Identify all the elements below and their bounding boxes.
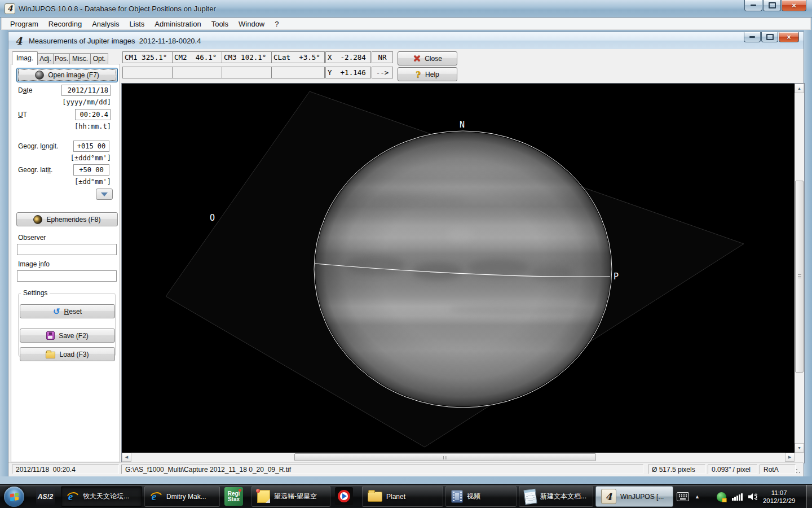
resize-grip[interactable] [795, 468, 802, 475]
status-datetime: 2012/11/18 00:20.4 [12, 465, 119, 474]
readout-y: Y +1.146 [325, 67, 371, 78]
tab-adj[interactable]: Adj. [37, 53, 54, 64]
reset-icon: ↺ [53, 308, 60, 315]
menu-analysis[interactable]: Analysis [87, 19, 124, 29]
menu-help[interactable]: ? [270, 19, 284, 29]
main-titlebar[interactable]: 4 WinJUPOS 10.0.8 - Database for Object … [0, 0, 812, 17]
tab-pos[interactable]: Pos. [53, 53, 70, 64]
security-tray-icon[interactable] [717, 492, 726, 502]
horizontal-scrollbar[interactable]: ◀ ▶ [122, 453, 795, 462]
show-desktop-button[interactable] [806, 485, 812, 508]
child-minimize-button[interactable] [744, 32, 761, 42]
window-frame-right [804, 30, 812, 476]
taskbar-item-ie-dmitry[interactable]: e Dmitry Mak... [144, 486, 220, 507]
longitude-input[interactable] [73, 141, 109, 152]
clock[interactable]: 11:07 2012/12/29 [763, 489, 796, 505]
tab-opt[interactable]: Opt. [90, 53, 108, 64]
vertical-scroll-thumb[interactable] [795, 181, 804, 373]
image-info-input[interactable] [17, 270, 117, 282]
start-button[interactable] [4, 487, 24, 507]
minimize-button[interactable] [744, 0, 762, 11]
scroll-left-icon: ◀ [125, 455, 128, 459]
measurement-window: 4 Measurements of Jupiter images 2012-11… [8, 32, 804, 476]
scroll-down-icon: ▼ [797, 446, 801, 450]
network-icon[interactable] [732, 493, 743, 501]
system-tray: ▲ 11:07 2012/12/29 [677, 485, 795, 508]
window-title: WinJUPOS 10.0.8 - Database for Object Po… [19, 5, 216, 13]
thumb-grip [443, 456, 448, 459]
close-icon: × [787, 33, 791, 41]
ephemerides-button[interactable]: Ephemerides (F8) [16, 212, 118, 226]
menu-lists[interactable]: Lists [125, 19, 150, 29]
readout-cm1: CM1 325.1° [122, 51, 174, 63]
expand-coordinates-button[interactable] [96, 189, 113, 200]
longitude-label: Geogr. longit. [18, 142, 58, 150]
menu-tools[interactable]: Tools [206, 19, 233, 29]
tab-imag[interactable]: Imag. [12, 51, 38, 65]
load-button[interactable]: Load (F3) [20, 347, 115, 361]
reset-button[interactable]: ↺ Reset [20, 304, 115, 318]
menu-recording[interactable]: Recording [43, 19, 87, 29]
volume-icon[interactable] [748, 493, 757, 501]
menu-program[interactable]: Program [5, 19, 43, 29]
image-viewport: N O P ▲ ▼ ◀ ▶ [121, 83, 805, 463]
taskbar-item-video[interactable]: 视频 [445, 486, 517, 507]
taskbar-label: Dmitry Mak... [166, 493, 206, 501]
svg-text:e: e [152, 491, 157, 502]
status-image-scale: 0.093" / pixel [708, 465, 757, 474]
open-image-button[interactable]: Open image (F7) [16, 68, 118, 82]
horizontal-scroll-thumb[interactable] [294, 453, 596, 461]
close-label: Close [425, 55, 442, 63]
date-input[interactable] [61, 85, 111, 96]
latitude-format-hint: [±dd°mm'] [74, 178, 111, 186]
ephemerides-label: Ephemerides (F8) [46, 216, 100, 224]
readout-nr: NR [372, 51, 393, 63]
menu-window[interactable]: Window [233, 19, 270, 29]
child-window-title: Measurements of Jupiter images 2012-11-1… [29, 37, 201, 45]
readout-empty-3 [222, 67, 273, 78]
scroll-down-button[interactable]: ▼ [795, 443, 804, 453]
tray-expand-icon[interactable]: ▲ [695, 494, 700, 500]
date-label: Date [18, 86, 32, 94]
menu-administration[interactable]: Administration [149, 19, 206, 29]
scroll-left-button[interactable]: ◀ [122, 453, 131, 462]
readout-x: X -2.284 [325, 51, 371, 63]
taskbar-label: 新建文本文档... [540, 492, 586, 501]
taskbar-item-winjupos[interactable]: 4 WinJUPOS [... [595, 486, 673, 507]
taskbar-item-notepad[interactable]: 新建文本文档... [519, 486, 593, 507]
status-diameter: Ø 517.5 pixels [648, 465, 705, 474]
scroll-up-button[interactable]: ▲ [795, 84, 804, 93]
readout-empty-1 [122, 67, 174, 78]
close-measurement-button[interactable]: Close [398, 51, 457, 65]
menubar: Program Recording Analysis Lists Adminis… [1, 17, 811, 30]
observer-input[interactable] [17, 244, 117, 255]
taskbar-item-autostakkert[interactable]: AS!2 [36, 487, 55, 506]
taskbar-item-planet-folder[interactable]: Planet [362, 486, 443, 507]
tab-misc[interactable]: Misc. [69, 53, 91, 64]
taskbar-item-registax[interactable]: RegiStax [224, 487, 243, 506]
keyboard-ime-icon[interactable] [677, 492, 689, 501]
help-label: Help [425, 71, 439, 78]
maximize-button[interactable] [763, 0, 781, 11]
ut-input[interactable] [75, 109, 111, 120]
child-titlebar[interactable]: 4 Measurements of Jupiter images 2012-11… [8, 32, 804, 50]
close-button[interactable]: × [782, 0, 806, 11]
jupiter-image-canvas[interactable]: N O P [122, 84, 795, 453]
limb-darkening [315, 132, 611, 406]
taskbar-label: WinJUPOS [... [620, 493, 664, 501]
help-button[interactable]: ? Help [398, 67, 457, 81]
taskbar-item-media-player[interactable] [335, 487, 353, 505]
scroll-right-button[interactable]: ▶ [785, 453, 795, 462]
status-rotation-angle: RotA 29.93° [760, 465, 796, 474]
vertical-scrollbar[interactable]: ▲ ▼ [795, 84, 804, 453]
north-label: N [460, 120, 465, 130]
child-maximize-button[interactable] [761, 32, 778, 42]
readout-clat: CLat +3.5° [271, 51, 325, 63]
taskbar-item-sticky-note[interactable]: 望远猪-望星空 [251, 486, 330, 507]
save-button[interactable]: Save (F2) [20, 329, 115, 343]
latitude-input[interactable] [73, 164, 109, 176]
child-close-button[interactable]: × [779, 32, 799, 42]
taskbar-item-ie-forum[interactable]: e 牧夫天文论坛... [61, 486, 142, 507]
readout-cm2: CM2 46.1° [172, 51, 223, 63]
date-format-hint: [yyyy/mm/dd] [62, 98, 111, 106]
